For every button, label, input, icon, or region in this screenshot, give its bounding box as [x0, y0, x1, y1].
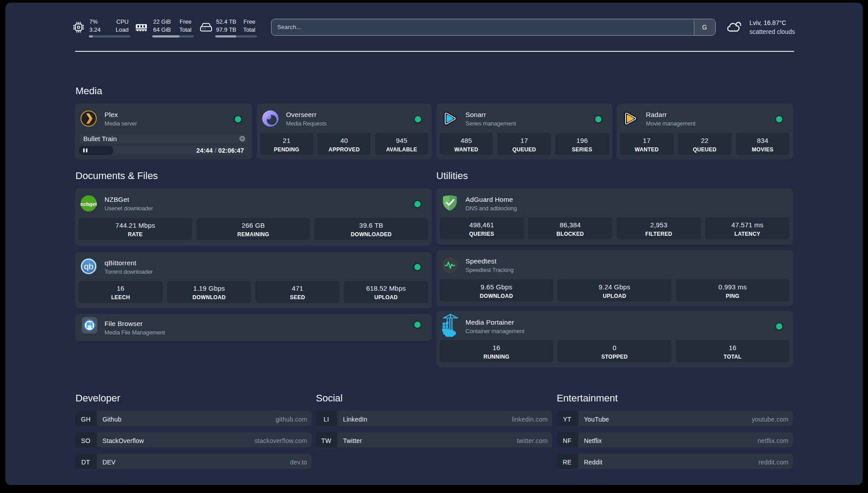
svg-text:qb: qb: [84, 262, 93, 271]
svg-text:nzbget: nzbget: [80, 201, 97, 206]
